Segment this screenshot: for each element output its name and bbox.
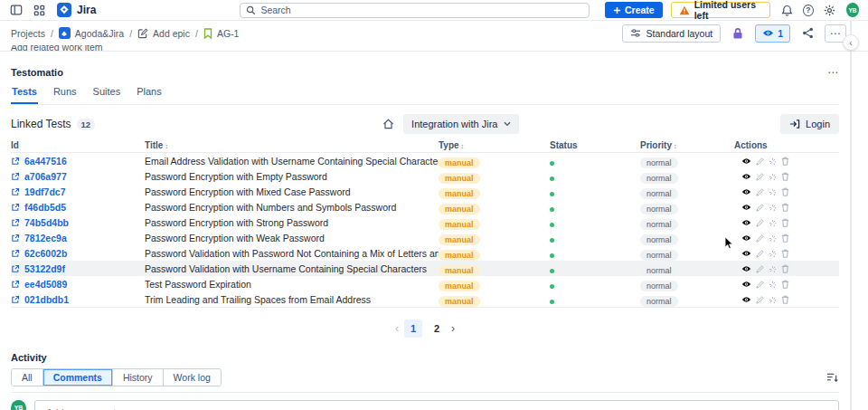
col-priority[interactable]: Priority↕: [640, 140, 734, 150]
unlink-icon[interactable]: [769, 173, 777, 181]
edit-icon[interactable]: [756, 296, 764, 304]
integration-dropdown[interactable]: Integration with Jira: [403, 114, 519, 134]
edit-icon[interactable]: [756, 173, 764, 181]
tab-runs[interactable]: Runs: [52, 86, 78, 104]
unlink-icon[interactable]: [769, 188, 777, 196]
view-details-eye-icon[interactable]: [741, 204, 751, 211]
view-details-eye-icon[interactable]: [741, 234, 751, 242]
user-avatar[interactable]: YB: [846, 3, 859, 17]
test-id-link[interactable]: 53122d9f: [24, 263, 65, 274]
view-details-eye-icon[interactable]: [741, 296, 751, 303]
table-row[interactable]: f46db5d5 Password Encryption with Number…: [11, 199, 839, 215]
limited-users-badge[interactable]: Limited users left: [671, 2, 770, 18]
col-title[interactable]: Title↕: [145, 140, 439, 150]
unlink-icon[interactable]: [769, 234, 777, 243]
help-icon[interactable]: ?: [803, 5, 814, 16]
sort-newest-icon[interactable]: [826, 372, 839, 383]
delete-icon[interactable]: [781, 187, 789, 196]
test-id-link[interactable]: f46db5d5: [24, 202, 66, 213]
unlink-icon[interactable]: [769, 157, 777, 166]
test-id-link[interactable]: 62c6002b: [24, 248, 67, 259]
activity-tab-worklog[interactable]: Work log: [164, 369, 221, 386]
activity-tab-comments[interactable]: Comments: [43, 369, 113, 386]
comment-input[interactable]: Add a comment... Looks good! Need help?: [34, 400, 839, 410]
breadcrumb-projects[interactable]: Projects: [11, 28, 45, 39]
table-row[interactable]: 19df7dc7 Password Encryption with Mixed …: [11, 184, 839, 199]
edit-icon[interactable]: [756, 265, 764, 273]
delete-icon[interactable]: [781, 280, 789, 289]
view-details-eye-icon[interactable]: [741, 157, 751, 165]
app-switcher-icon[interactable]: [33, 2, 48, 18]
activity-tab-history[interactable]: History: [113, 369, 164, 386]
tab-tests[interactable]: Tests: [11, 86, 38, 104]
delete-icon[interactable]: [781, 157, 789, 166]
delete-icon[interactable]: [781, 172, 789, 181]
search-input[interactable]: [260, 5, 583, 15]
table-row[interactable]: ee4d5089 Test Password Expiration manual…: [11, 276, 839, 291]
test-id-link[interactable]: 6a447516: [24, 156, 67, 167]
table-row[interactable]: 021dbdb1 Trim Leading and Trailing Space…: [11, 291, 839, 307]
test-id-link[interactable]: 7812ec9a: [24, 233, 67, 243]
view-details-eye-icon[interactable]: [741, 265, 751, 272]
table-row[interactable]: a706a977 Password Encryption with Empty …: [11, 168, 839, 184]
jira-logo[interactable]: Jira: [57, 3, 96, 17]
col-id[interactable]: Id: [11, 140, 145, 150]
test-id-link[interactable]: 021dbdb1: [24, 294, 69, 305]
next-page-icon[interactable]: ›: [451, 322, 455, 335]
edit-icon[interactable]: [756, 219, 764, 227]
delete-icon[interactable]: [781, 234, 789, 243]
edit-icon[interactable]: [756, 157, 764, 166]
notifications-bell-icon[interactable]: [779, 2, 794, 18]
sidebar-toggle-icon[interactable]: [9, 2, 24, 18]
lock-icon[interactable]: [728, 24, 748, 43]
view-details-eye-icon[interactable]: [741, 219, 751, 226]
delete-icon[interactable]: [781, 249, 789, 258]
edit-icon[interactable]: [756, 250, 764, 258]
delete-icon[interactable]: [781, 203, 789, 212]
unlink-icon[interactable]: [769, 219, 777, 227]
table-row[interactable]: 53122d9f Password Validation with Userna…: [11, 261, 839, 276]
tab-plans[interactable]: Plans: [136, 86, 163, 104]
delete-icon[interactable]: [781, 295, 789, 304]
prev-page-icon[interactable]: ‹: [395, 322, 399, 335]
view-details-eye-icon[interactable]: [741, 281, 751, 288]
collapse-panel-icon[interactable]: ‹: [843, 34, 859, 51]
home-icon[interactable]: [382, 119, 394, 129]
page-2-button[interactable]: 2: [428, 319, 446, 338]
view-details-eye-icon[interactable]: [741, 188, 751, 195]
edit-icon[interactable]: [756, 188, 764, 196]
table-row[interactable]: 62c6002b Password Validation with Passwo…: [11, 245, 839, 261]
breadcrumb-add-epic[interactable]: Add epic: [137, 28, 190, 39]
edit-icon[interactable]: [756, 234, 764, 243]
create-button[interactable]: Create: [605, 2, 663, 18]
test-id-link[interactable]: ee4d5089: [24, 279, 67, 290]
edit-icon[interactable]: [756, 204, 764, 212]
delete-icon[interactable]: [781, 264, 789, 273]
share-icon[interactable]: [797, 24, 817, 43]
col-status[interactable]: Status: [550, 140, 640, 150]
test-id-link[interactable]: a706a977: [24, 171, 67, 182]
unlink-icon[interactable]: [769, 250, 777, 258]
tab-suites[interactable]: Suites: [92, 86, 122, 104]
activity-tab-all[interactable]: All: [12, 369, 43, 386]
unlink-icon[interactable]: [769, 204, 777, 212]
col-type[interactable]: Type↕: [439, 140, 550, 150]
test-id-link[interactable]: 74b5d4bb: [24, 217, 69, 228]
edit-icon[interactable]: [756, 281, 764, 289]
table-row[interactable]: 7812ec9a Password Encryption with Weak P…: [11, 230, 839, 245]
view-details-eye-icon[interactable]: [741, 250, 751, 257]
unlink-icon[interactable]: [769, 265, 777, 273]
unlink-icon[interactable]: [769, 296, 777, 304]
standard-layout-button[interactable]: Standard layout: [622, 24, 722, 43]
test-id-link[interactable]: 19df7dc7: [24, 186, 66, 197]
table-row[interactable]: 74b5d4bb Password Encryption with Strong…: [11, 215, 839, 230]
table-row[interactable]: 6a447516 Email Address Validation with U…: [11, 153, 839, 168]
breadcrumb-issue[interactable]: AG-1: [203, 28, 240, 39]
login-button[interactable]: Login: [780, 114, 839, 134]
settings-gear-icon[interactable]: [823, 2, 837, 18]
page-1-button[interactable]: 1: [404, 319, 422, 338]
testomatio-more-icon[interactable]: ⋯: [827, 66, 839, 79]
unlink-icon[interactable]: [769, 281, 777, 289]
delete-icon[interactable]: [781, 218, 789, 227]
breadcrumb-project[interactable]: Agoda&Jira: [59, 27, 124, 39]
